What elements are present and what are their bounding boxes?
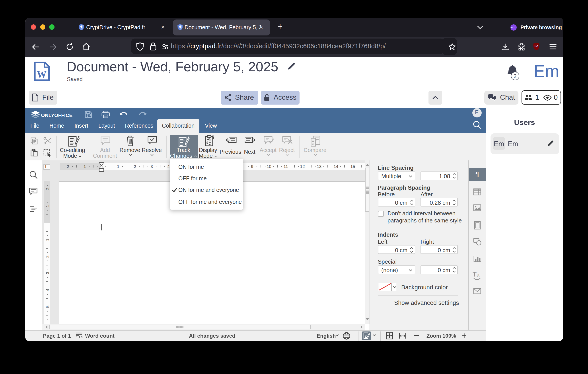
svg-text:uo: uo — [534, 44, 538, 48]
svg-text:1 2 3: 1 2 3 — [76, 336, 83, 339]
svg-text:W: W — [37, 69, 47, 80]
